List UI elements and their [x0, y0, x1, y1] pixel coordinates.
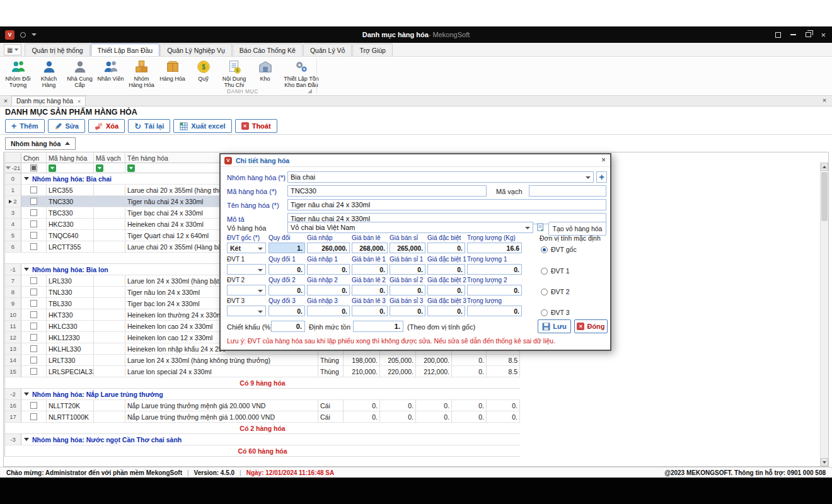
ribbon-item-nhan-vien[interactable]: Nhân Viên [95, 58, 126, 83]
gia-nhap-2-input[interactable]: 0. [307, 285, 350, 295]
ma-hang-hoa-input[interactable]: TNC330 [287, 185, 487, 197]
scrollbar-thumb[interactable] [821, 172, 828, 221]
gia-nhap-1-input[interactable]: 0. [307, 264, 350, 275]
row-select-cell[interactable] [21, 196, 47, 207]
quy-doi-1-input[interactable]: 0. [269, 264, 305, 275]
column-filter-icon[interactable] [127, 164, 135, 172]
ribbon-tab[interactable]: Quản trị hệ thống [25, 43, 90, 56]
modal-header[interactable]: V Chi tiết hàng hóa × [221, 154, 610, 167]
row-select-cell[interactable] [21, 287, 47, 298]
ribbon-item-nhom-hang-hoa[interactable]: Nhóm Hàng Hóa [126, 58, 157, 89]
radio-dvt-3[interactable]: ĐVT 3 [541, 309, 570, 316]
row-select-cell[interactable] [21, 230, 47, 241]
table-row[interactable]: Có 2 hàng hóa Có 2 hàng hóa [5, 423, 520, 434]
ribbon-tab[interactable]: Thiết Lập Ban Đầu [91, 43, 160, 56]
scroll-down-button[interactable] [821, 458, 828, 466]
ribbon-tab[interactable]: Quản Lý Vỏ [303, 43, 352, 56]
ribbon-tab[interactable]: Báo Cáo Thống Kê [233, 43, 303, 56]
trong-luong-3-input[interactable]: 0. [467, 306, 522, 316]
export-excel-button[interactable]: Xuất excel [173, 119, 231, 133]
ribbon-item-nha-cung-cap[interactable]: Nhà Cung Cấp [64, 58, 95, 89]
gia-dac-biet-2-input[interactable]: 0. [427, 285, 465, 295]
vo-hang-hoa-select[interactable]: Vỏ chai bia Việt Nam [287, 222, 533, 233]
row-select-cell[interactable] [21, 298, 47, 309]
dvt3-select[interactable] [227, 306, 266, 316]
row-checkbox[interactable] [30, 334, 37, 341]
gia-ban-le-input[interactable]: 268,000. [352, 243, 388, 253]
row-checkbox[interactable] [30, 413, 37, 420]
row-checkbox[interactable] [30, 198, 37, 205]
close-tab-right-icon[interactable]: × [819, 96, 830, 104]
gia-ban-si-1-input[interactable]: 0. [390, 264, 425, 275]
row-checkbox[interactable] [30, 345, 37, 352]
row-select-cell[interactable] [21, 309, 47, 321]
column-header-chon[interactable]: Chọn [21, 153, 47, 163]
ribbon-item-kho[interactable]: Kho [250, 58, 280, 83]
row-select-cell[interactable] [21, 185, 47, 196]
trong-luong-2-input[interactable]: 0. [467, 285, 522, 295]
quy-doi-2-input[interactable]: 0. [269, 285, 305, 295]
quy-doi-3-input[interactable]: 0. [269, 306, 305, 316]
row-select-cell[interactable] [21, 343, 47, 355]
minimize-icon[interactable] [790, 34, 796, 35]
reload-button[interactable]: ↻Tải lại [128, 119, 170, 133]
column-header-ma-vach[interactable]: Mã vạch [94, 153, 125, 163]
ribbon-tab[interactable]: Quản Lý Nghiệp Vụ [160, 43, 232, 56]
row-select-cell[interactable] [21, 355, 47, 366]
table-row[interactable]: 14 LRLT330 Larue lon 24 x 330ml (hàng kh… [5, 355, 520, 366]
fullscreen-icon[interactable] [775, 32, 781, 38]
add-group-button[interactable]: + [596, 171, 607, 183]
table-row[interactable]: 15 LRLSPECIAL330 Larue lon special 24 x … [5, 366, 520, 377]
gia-ban-si-3-input[interactable]: 0. [390, 306, 425, 316]
row-select-cell[interactable] [21, 400, 47, 411]
group-header-label[interactable]: Nhóm hàng hóa: Nắp Larue trúng thưởng [21, 389, 520, 400]
tab-close-icon[interactable]: × [78, 98, 81, 105]
dvt2-select[interactable] [227, 285, 266, 295]
table-row[interactable]: -3 Nhóm hàng hóa: Nước ngọt Cần Thơ chai… [5, 434, 520, 445]
row-checkbox[interactable] [30, 243, 37, 250]
filter-cell-code[interactable] [47, 163, 94, 173]
select-all-cell[interactable] [21, 163, 47, 173]
column-header-ma-hang-hoa[interactable]: Mã hàng hóa [47, 153, 94, 163]
dinh-muc-ton-input[interactable]: 1. [353, 321, 403, 332]
row-select-cell[interactable] [21, 275, 47, 287]
ten-hang-hoa-input[interactable]: Tiger nâu chai 24 x 330ml [287, 199, 606, 210]
row-select-cell[interactable] [21, 207, 47, 219]
row-checkbox[interactable] [30, 289, 37, 295]
vertical-scrollbar[interactable] [820, 163, 828, 466]
row-checkbox[interactable] [30, 300, 37, 307]
edit-button[interactable]: Sửa [48, 119, 85, 133]
ma-vach-input[interactable] [529, 185, 606, 197]
add-button[interactable]: +Thêm [5, 119, 45, 133]
row-checkbox[interactable] [30, 323, 37, 329]
row-checkbox[interactable] [30, 209, 37, 216]
group-by-selector[interactable]: Nhóm hàng hóa [5, 137, 76, 150]
gia-ban-si-2-input[interactable]: 0. [390, 285, 425, 295]
modal-close-icon[interactable]: × [601, 156, 606, 164]
trong-luong-1-input[interactable]: 0. [467, 264, 522, 275]
gia-ban-le-1-input[interactable]: 0. [352, 264, 388, 275]
row-checkbox[interactable] [30, 357, 37, 364]
ribbon-tab[interactable]: Trợ Giúp [352, 43, 393, 56]
radio-dvt-2[interactable]: ĐVT 2 [541, 288, 570, 295]
gia-dac-biet-1-input[interactable]: 0. [427, 264, 465, 275]
table-row[interactable]: 17 NLRTT1000K Nắp Larue trúng thưởng mện… [5, 411, 520, 423]
table-row[interactable]: 16 NLLTT20K Nắp Larue trúng thưởng mệnh … [5, 400, 520, 411]
delete-button[interactable]: Xóa [88, 119, 125, 133]
row-checkbox[interactable] [30, 311, 37, 318]
table-row[interactable]: Có 60 hàng hóa Có 60 hàng hóa [5, 445, 520, 457]
group-header-label[interactable]: Nhóm hàng hóa: Nước ngọt Cần Thơ chai sà… [21, 434, 520, 445]
scroll-up-button[interactable] [821, 163, 828, 171]
gia-dac-biet-3-input[interactable]: 0. [427, 306, 465, 316]
dvt1-select[interactable] [227, 264, 266, 275]
restore-icon[interactable] [806, 32, 811, 37]
row-select-cell[interactable] [21, 332, 47, 343]
gia-dac-biet-input[interactable]: 0. [427, 243, 465, 253]
row-select-cell[interactable] [21, 241, 47, 253]
filter-cell-barcode[interactable] [94, 163, 125, 173]
ribbon-item-nhom-doi-tuong[interactable]: Nhóm Đối Tượng [3, 58, 33, 89]
close-tab-left-icon[interactable]: × [0, 97, 11, 105]
column-filter-icon[interactable] [49, 164, 56, 172]
gia-ban-si-input[interactable]: 265,000. [390, 243, 425, 253]
ribbon-item-khach-hang[interactable]: Khách Hàng [33, 58, 64, 89]
